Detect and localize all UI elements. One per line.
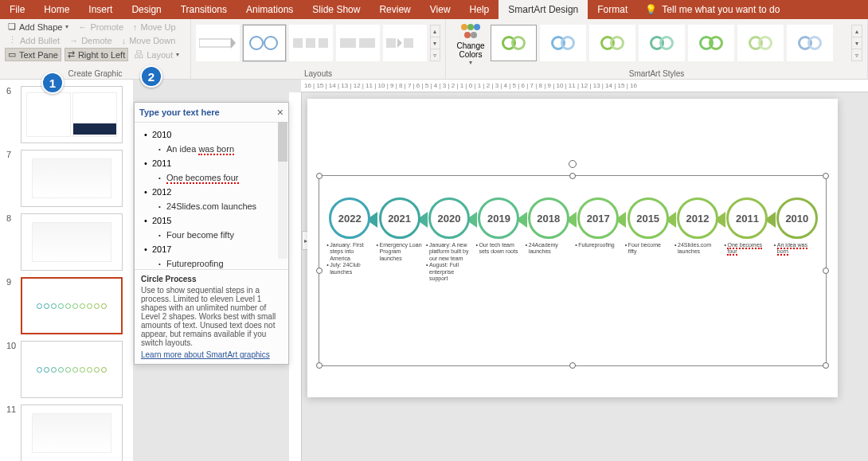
svg-rect-0	[199, 39, 231, 47]
style-option[interactable]	[737, 25, 784, 61]
text-pane-item[interactable]: 24Slides.com launches	[138, 199, 285, 213]
tab-home[interactable]: Home	[34, 0, 79, 19]
move-up-button[interactable]: ↑ Move Up	[130, 21, 179, 33]
layouts-gallery[interactable]: ▴▾▿	[196, 21, 440, 65]
styles-gallery[interactable]	[491, 21, 851, 65]
ruler-vertical	[289, 92, 302, 461]
tab-transitions[interactable]: Transitions	[171, 0, 237, 19]
timeline-node-2021[interactable]: 2021Emergency Loan Program launches	[374, 197, 424, 341]
svg-rect-6	[340, 38, 356, 48]
tab-slide-show[interactable]: Slide Show	[303, 0, 369, 19]
resize-handle[interactable]	[823, 173, 829, 179]
resize-handle[interactable]	[823, 362, 829, 369]
ribbon: ❏ Add Shape ▾ ← Promote ↑ Move Up ⋮ Add …	[0, 19, 868, 80]
tab-animations[interactable]: Animations	[237, 0, 303, 19]
tab-file[interactable]: File	[0, 0, 34, 19]
text-pane-body[interactable]: 2010An idea was born2011One becomes four…	[135, 123, 288, 270]
text-pane-item[interactable]: 2012	[138, 185, 285, 199]
ruler-horizontal: 16 | 15 | 14 | 13 | 12 | 11 | 10 | 9 | 8…	[301, 80, 868, 92]
timeline-node-2017[interactable]: 2017Futureproofing	[573, 197, 623, 341]
text-pane-item[interactable]: Four become fifty	[138, 228, 285, 242]
change-colors-button[interactable]: Change Colors ▾	[451, 21, 491, 66]
right-to-left-button[interactable]: ⇄ Right to Left	[65, 48, 128, 61]
timeline-node-2010[interactable]: 2010An idea was born	[772, 197, 822, 341]
slide-thumbnail-8[interactable]: 8	[0, 210, 133, 274]
main-area: 67891011 16 | 15 | 14 | 13 | 12 | 11 | 1…	[0, 80, 868, 461]
slide-thumbnail-panel[interactable]: 67891011	[0, 80, 134, 461]
timeline-node-2012[interactable]: 201224Slides.com launches	[673, 197, 722, 341]
timeline-node-2015[interactable]: 2015Four become fifty	[623, 197, 672, 341]
resize-handle[interactable]	[823, 268, 829, 274]
timeline-node-2019[interactable]: 2019Our tech team sets down roots	[474, 197, 523, 341]
style-option[interactable]	[491, 25, 537, 61]
text-pane-toggle[interactable]: ▭ Text Pane	[5, 48, 61, 61]
tab-view[interactable]: View	[420, 0, 460, 19]
text-pane-item[interactable]: One becomes four	[138, 170, 285, 185]
callout-2: 2	[140, 65, 162, 88]
resize-handle[interactable]	[316, 362, 323, 369]
styles-gallery-scroll[interactable]: ▴▾▿	[851, 25, 862, 61]
layout-option[interactable]	[289, 25, 333, 61]
timeline-node-2022[interactable]: 2022January: First steps into AmericaJul…	[325, 197, 374, 341]
timeline-node-2011[interactable]: 2011One becomes four	[722, 197, 772, 341]
group-label-layouts: Layouts	[196, 68, 440, 79]
layouts-gallery-scroll[interactable]: ▴▾▿	[430, 25, 440, 61]
layout-option[interactable]	[336, 25, 380, 61]
text-pane-footer: Circle Process Use to show sequential st…	[135, 270, 288, 364]
tab-insert[interactable]: Insert	[79, 0, 122, 19]
rotate-handle[interactable]	[569, 160, 577, 168]
svg-rect-3	[293, 38, 303, 48]
text-pane-item[interactable]: 2017	[138, 242, 285, 256]
text-pane-item[interactable]: 2010	[138, 127, 285, 142]
text-pane-item[interactable]: 2015	[138, 213, 285, 228]
timeline-node-2018[interactable]: 201824Academy launches	[524, 197, 573, 341]
svg-rect-7	[359, 38, 375, 48]
slide-thumbnail-9[interactable]: 9	[0, 274, 133, 338]
svg-rect-4	[306, 38, 315, 48]
slide-thumbnail-10[interactable]: 10	[0, 338, 133, 401]
tab-design[interactable]: Design	[122, 0, 170, 19]
promote-button[interactable]: ← Promote	[75, 21, 127, 33]
layout-option-selected[interactable]	[243, 25, 287, 61]
tab-help[interactable]: Help	[460, 0, 499, 19]
svg-rect-9	[404, 38, 413, 48]
svg-rect-5	[319, 38, 328, 48]
layout-dropdown[interactable]: 品 Layout ▾	[131, 48, 182, 61]
tab-format[interactable]: Format	[588, 0, 637, 19]
layout-option[interactable]	[383, 25, 427, 61]
smartart-text-pane[interactable]: Type your text here × 2010An idea was bo…	[134, 102, 289, 365]
resize-handle[interactable]	[316, 268, 323, 274]
slide-thumbnail-7[interactable]: 7	[0, 147, 133, 210]
resize-handle[interactable]	[569, 362, 576, 369]
style-option[interactable]	[787, 25, 833, 61]
smartart-timeline[interactable]: 2022January: First steps into AmericaJul…	[325, 197, 822, 341]
close-icon[interactable]: ×	[277, 106, 283, 119]
tab-smartart-design[interactable]: SmartArt Design	[499, 0, 588, 19]
text-pane-item[interactable]: An idea was born	[138, 142, 285, 156]
text-pane-item[interactable]: Futureproofing	[138, 256, 285, 270]
demote-button[interactable]: → Demote	[66, 34, 115, 46]
text-pane-scrollbar[interactable]	[278, 123, 287, 259]
add-bullet-button[interactable]: ⋮ Add Bullet	[5, 34, 63, 46]
tell-me-search[interactable]: 💡Tell me what you want to do	[645, 0, 780, 19]
tab-review[interactable]: Review	[369, 0, 420, 19]
style-option[interactable]	[540, 25, 586, 61]
style-option[interactable]	[688, 25, 734, 61]
svg-rect-8	[386, 38, 396, 48]
group-label-styles: SmartArt Styles	[451, 68, 862, 79]
add-shape-button[interactable]: ❏ Add Shape ▾	[5, 21, 72, 33]
style-option[interactable]	[589, 25, 635, 61]
style-option[interactable]	[639, 25, 685, 61]
learn-more-link[interactable]: Learn more about SmartArt graphics	[141, 350, 270, 359]
slide-editor: 16 | 15 | 14 | 13 | 12 | 11 | 10 | 9 | 8…	[134, 80, 868, 461]
timeline-node-2020[interactable]: 2020January: A new platform built by our…	[424, 197, 474, 341]
layout-option[interactable]	[196, 25, 240, 61]
menu-tabs: FileHomeInsertDesignTransitionsAnimation…	[0, 0, 868, 19]
move-down-button[interactable]: ↓ Move Down	[119, 34, 179, 46]
resize-handle[interactable]	[316, 173, 323, 179]
slide-thumbnail-11[interactable]: 11	[0, 401, 133, 461]
svg-point-1	[250, 37, 263, 49]
slide-thumbnail-6[interactable]: 6	[0, 83, 133, 147]
resize-handle[interactable]	[569, 173, 576, 179]
text-pane-item[interactable]: 2011	[138, 156, 285, 170]
